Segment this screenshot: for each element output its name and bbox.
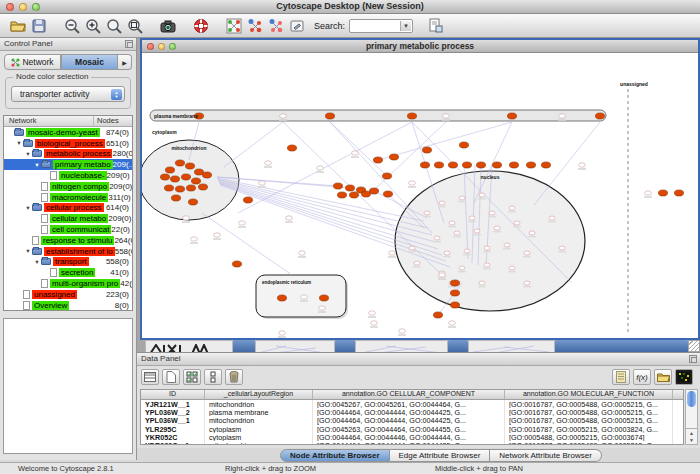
network-page-icon — [41, 182, 48, 191]
node-color-select[interactable]: transporter activity ▲▼ — [11, 86, 125, 102]
table-cell: [GO:0045267, GO:0045261, GO:0044464, G..… — [313, 400, 505, 408]
background-window-titlebar[interactable] — [233, 340, 255, 352]
select-attributes-icon[interactable] — [183, 369, 201, 385]
background-window-titlebar[interactable] — [448, 340, 468, 352]
column-header[interactable]: annotation.GO CELLULAR_COMPONENT — [313, 390, 505, 399]
filter-network-icon[interactable] — [266, 16, 286, 36]
save-icon[interactable] — [29, 16, 49, 36]
new-attribute-icon[interactable] — [162, 369, 180, 385]
background-window[interactable] — [355, 340, 448, 352]
background-window[interactable] — [255, 340, 335, 352]
cytoscape-window: Cytoscape Desktop (New Session) Search: … — [0, 0, 700, 474]
tree-column-network[interactable]: Network — [4, 116, 94, 126]
attribute-list-icon[interactable] — [612, 369, 630, 385]
network-overview-icon[interactable] — [224, 16, 244, 36]
table-scrollbar[interactable]: ▲▼ — [685, 389, 698, 445]
column-header[interactable]: annotation.GO MOLECULAR_FUNCTION — [505, 390, 673, 399]
help-lifebuoy-icon[interactable] — [191, 16, 211, 36]
background-window-titlebar[interactable] — [555, 340, 688, 352]
attribute-table-header[interactable]: ID_cellularLayoutRegionannotation.GO CEL… — [141, 390, 683, 400]
control-panel-title: Control Panel — [4, 39, 52, 48]
annotation-icon[interactable] — [287, 16, 307, 36]
background-window[interactable] — [145, 340, 233, 352]
birdseye-view[interactable] — [3, 318, 133, 454]
tree-row-label: cellular process — [44, 203, 104, 212]
tab-edge-attribute-browser[interactable]: Edge Attribute Browser — [390, 449, 491, 462]
tree-row[interactable]: secretion41(0) — [4, 267, 132, 278]
tree-row-node-count: 264(0) — [114, 236, 132, 245]
tree-row[interactable]: Overview8(0) — [4, 300, 132, 311]
expander-icon[interactable]: ▼ — [15, 140, 23, 146]
zoom-in-icon[interactable] — [83, 16, 103, 36]
tree-row[interactable]: ▼cellular process614(0) — [4, 203, 132, 214]
table-row[interactable]: YJR121W__1mitochondrion[GO:0045267, GO:0… — [141, 400, 683, 408]
import-attributes-icon[interactable] — [654, 369, 672, 385]
tree-row[interactable]: unassigned223(0) — [4, 289, 132, 300]
tab-network[interactable]: Network — [4, 54, 61, 70]
table-row[interactable]: YPL036W__2plasma membrane[GO:0044464, GO… — [141, 408, 683, 416]
tree-row-label: transport — [53, 257, 89, 266]
tab-node-attribute-browser[interactable]: Node Attribute Browser — [280, 449, 390, 462]
float-panel-icon[interactable] — [689, 355, 697, 363]
tab-mosaic[interactable]: Mosaic — [61, 54, 118, 70]
app-titlebar[interactable]: Cytoscape Desktop (New Session) — [0, 0, 700, 14]
column-header[interactable]: _cellularLayoutRegion — [205, 390, 313, 399]
tree-row[interactable]: ▼transport558(0) — [4, 257, 132, 268]
status-bar: Welcome to Cytoscape 2.8.1 Right-click +… — [0, 462, 700, 474]
table-row[interactable]: YLR295Ccytoplasm[GO:0045263, GO:0044464,… — [141, 425, 683, 433]
expander-icon[interactable]: ▼ — [33, 259, 41, 265]
search-input[interactable]: ▼ — [349, 19, 413, 33]
status-pan-hint: Middle-click + drag to PAN — [435, 464, 523, 473]
tree-row[interactable]: multi-organism pro42(0) — [4, 278, 132, 289]
tree-row[interactable]: ▼metabolic process280(0) — [4, 149, 132, 160]
expander-icon[interactable]: ▼ — [24, 151, 32, 157]
search-options-icon[interactable] — [425, 16, 445, 36]
tree-row-node-count: 209(0) — [108, 214, 132, 223]
network-page-icon — [50, 171, 57, 180]
vizmapper-icon[interactable] — [245, 16, 265, 36]
tree-row-node-count: 8(0) — [115, 301, 132, 310]
scrollbar-arrows-icon[interactable]: ▲▼ — [686, 428, 697, 444]
resize-grip-icon[interactable] — [689, 341, 699, 351]
network-tab-icon — [11, 58, 20, 67]
attribute-table-icon[interactable] — [141, 369, 159, 385]
select-stepper-icon[interactable]: ▲▼ — [111, 89, 122, 100]
background-window-titlebar[interactable] — [335, 340, 355, 352]
open-file-icon[interactable] — [8, 16, 28, 36]
tree-row[interactable]: nitrogen compo209(0) — [4, 181, 132, 192]
more-tabs-icon[interactable]: ▶ — [118, 54, 132, 70]
unselect-attributes-icon[interactable] — [204, 369, 222, 385]
scrollbar-thumb[interactable] — [687, 391, 696, 407]
zoom-selected-icon[interactable] — [104, 16, 124, 36]
zoom-fit-icon[interactable] — [125, 16, 145, 36]
tree-row[interactable]: cellular metabo209(0) — [4, 213, 132, 224]
network-view-titlebar[interactable]: primary metabolic process — [142, 40, 698, 53]
tree-row[interactable]: ▼primary metabo209(... — [4, 159, 132, 170]
tab-network-attribute-browser[interactable]: Network Attribute Browser — [490, 449, 601, 462]
table-row[interactable]: YDR039C__1mitochondrion[GO:0044464, GO:0… — [141, 441, 683, 445]
network-canvas[interactable]: plasma membranecytoplasmmitochondrionnuc… — [142, 53, 698, 338]
tree-row[interactable]: mosaic-demo-yeast874(0) — [4, 127, 132, 138]
tree-row[interactable]: response to stimulu264(0) — [4, 235, 132, 246]
zoom-out-icon[interactable] — [62, 16, 82, 36]
expander-icon[interactable]: ▼ — [33, 162, 41, 168]
network-page-icon — [23, 301, 30, 310]
tree-row[interactable]: cell communicat22(0) — [4, 224, 132, 235]
expander-icon[interactable]: ▼ — [24, 248, 32, 254]
tree-row[interactable]: ▼biological_process651(0) — [4, 138, 132, 149]
float-panel-icon[interactable] — [125, 40, 133, 48]
tree-row[interactable]: macromolecule311(0) — [4, 192, 132, 203]
tree-column-nodes[interactable]: Nodes — [94, 116, 132, 126]
delete-attribute-icon[interactable] — [225, 369, 243, 385]
tree-row[interactable]: ▼establishment of lo558(0) — [4, 246, 132, 257]
table-row[interactable]: YKR052Ccytoplasm[GO:0044464, GO:0044446,… — [141, 433, 683, 441]
expander-icon[interactable]: ▼ — [24, 205, 32, 211]
search-dropdown-icon[interactable]: ▼ — [400, 21, 411, 31]
column-header[interactable]: ID — [141, 390, 205, 399]
function-builder-icon[interactable]: f(x) — [633, 369, 651, 385]
table-row[interactable]: YPL036W__1mitochondrion[GO:0044464, GO:0… — [141, 416, 683, 424]
tree-row[interactable]: nucleobase-209(0) — [4, 170, 132, 181]
matrix-view-icon[interactable] — [675, 369, 693, 385]
snapshot-camera-icon[interactable] — [158, 16, 178, 36]
background-window[interactable] — [468, 340, 555, 352]
